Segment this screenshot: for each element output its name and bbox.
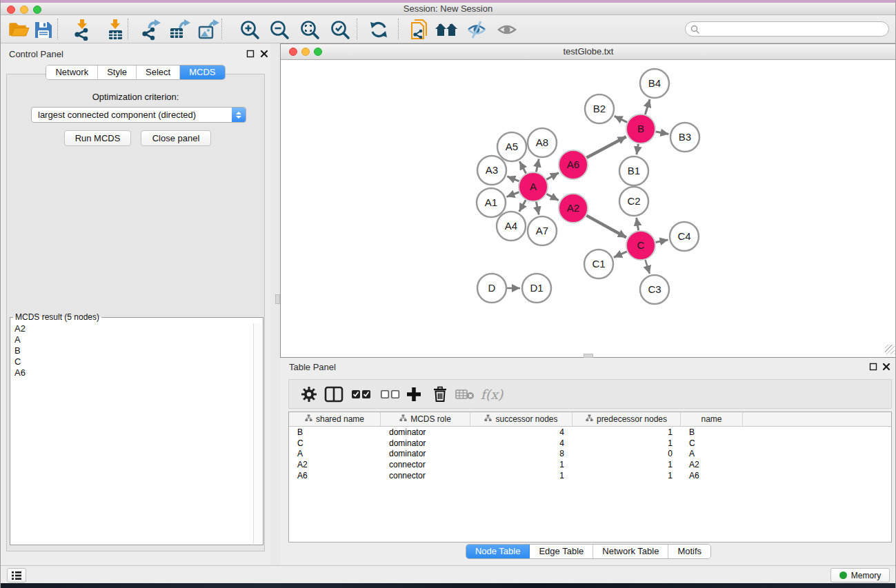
delete-table-icon[interactable]	[453, 383, 477, 405]
graph-node-A1[interactable]: A1	[477, 188, 506, 217]
table-cell[interactable]: 8	[470, 449, 573, 458]
export-network-icon[interactable]	[139, 17, 163, 42]
graph-edge-A6-B[interactable]	[586, 136, 626, 157]
float-panel-icon[interactable]	[246, 50, 255, 58]
table-float-panel-icon[interactable]	[869, 363, 877, 371]
table-cell[interactable]: B	[289, 427, 381, 437]
graph-edge-A-A8[interactable]	[536, 159, 539, 172]
hide-details-icon[interactable]	[464, 17, 489, 42]
table-cell[interactable]: connector	[381, 460, 470, 469]
horizontal-splitter-handle[interactable]	[275, 294, 280, 304]
criterion-dropdown[interactable]: largest connected component (directed)	[31, 107, 246, 123]
select-all-checkboxes-icon[interactable]	[350, 383, 373, 405]
mcds-result-item[interactable]: B	[11, 345, 253, 356]
table-cell[interactable]: dominator	[381, 427, 470, 437]
graph-edge-C-C1[interactable]	[614, 252, 627, 257]
table-cell[interactable]: connector	[381, 471, 470, 480]
graph-edge-C-C2[interactable]	[637, 218, 639, 231]
zoom-out-icon[interactable]	[267, 17, 292, 42]
new-network-icon[interactable]	[408, 17, 432, 42]
table-cell[interactable]: C	[681, 438, 743, 448]
graph-edge-A-A5[interactable]	[519, 161, 526, 173]
network-canvas[interactable]: B4B2BB3A5A8A6A3B1AA1C2A2A4A7C4CC1C3DD1	[281, 61, 896, 356]
tab-motifs[interactable]: Motifs	[668, 545, 710, 558]
search-input[interactable]	[704, 23, 883, 35]
task-history-button[interactable]	[7, 568, 26, 582]
table-cell[interactable]: A6	[289, 471, 381, 480]
open-file-icon[interactable]	[6, 17, 31, 42]
table-row[interactable]: Adominator80A	[289, 449, 891, 460]
table-cell[interactable]: A2	[289, 460, 381, 469]
table-cell[interactable]: A6	[681, 471, 743, 480]
table-cell[interactable]: A	[681, 449, 743, 458]
table-row[interactable]: A6connector11A6	[289, 470, 891, 481]
graph-node-A5[interactable]: A5	[497, 132, 526, 161]
graph-node-A7[interactable]: A7	[528, 216, 557, 245]
mcds-result-item[interactable]: C	[11, 356, 253, 367]
graph-edge-B-B2[interactable]	[615, 116, 628, 122]
import-network-icon[interactable]	[70, 17, 94, 42]
table-row[interactable]: Cdominator41C	[289, 438, 891, 449]
table-cell[interactable]: 1	[573, 471, 681, 480]
table-cell[interactable]: A2	[681, 460, 743, 469]
node-table[interactable]: shared nameMCDS rolesuccessor nodesprede…	[288, 412, 892, 543]
column-view-icon[interactable]	[322, 383, 346, 405]
deselect-all-checkboxes-icon[interactable]	[379, 383, 402, 405]
graph-edge-B-B4[interactable]	[645, 99, 650, 114]
tab-network[interactable]: Network	[46, 65, 98, 79]
graph-node-B2[interactable]: B2	[585, 94, 614, 123]
graph-edge-A-A2[interactable]	[546, 194, 558, 200]
close-panel-button[interactable]: Close panel	[141, 130, 211, 146]
table-cell[interactable]: 1	[573, 427, 681, 437]
tab-node-table[interactable]: Node Table	[466, 545, 530, 558]
graph-node-B1[interactable]: B1	[619, 156, 648, 185]
graph-edge-C-C4[interactable]	[656, 240, 668, 243]
graph-node-B3[interactable]: B3	[670, 123, 699, 152]
tab-style[interactable]: Style	[98, 65, 137, 79]
mcds-result-scrollbar[interactable]	[253, 323, 262, 544]
column-header-successor-nodes[interactable]: successor nodes	[470, 412, 573, 426]
graph-node-B4[interactable]: B4	[640, 69, 669, 98]
zoom-fit-icon[interactable]	[297, 17, 322, 42]
tab-mcds[interactable]: MCDS	[180, 65, 224, 79]
graph-node-D[interactable]: D	[477, 274, 506, 303]
graph-edge-A-A7[interactable]	[536, 202, 539, 215]
tab-select[interactable]: Select	[137, 65, 180, 79]
column-header-shared-name[interactable]: shared name	[289, 412, 381, 426]
graph-node-A6[interactable]: A6	[559, 150, 588, 179]
graph-edge-A-A1[interactable]	[506, 192, 519, 197]
settings-gear-icon[interactable]	[297, 383, 321, 405]
graph-node-C4[interactable]: C4	[670, 222, 699, 251]
graph-node-A4[interactable]: A4	[497, 212, 526, 241]
export-table-icon[interactable]	[168, 17, 192, 42]
graph-node-C3[interactable]: C3	[640, 275, 669, 304]
mcds-result-list[interactable]: A2ABCA6	[11, 323, 253, 544]
table-cell[interactable]: 1	[470, 460, 573, 469]
table-cell[interactable]: dominator	[381, 449, 470, 458]
graph-node-C1[interactable]: C1	[584, 250, 613, 278]
table-cell[interactable]: 0	[573, 449, 681, 458]
table-cell[interactable]: 4	[470, 427, 573, 437]
save-session-icon[interactable]	[31, 17, 56, 42]
table-cell[interactable]: 1	[573, 438, 681, 448]
refresh-icon[interactable]	[366, 17, 391, 42]
memory-button[interactable]: Memory	[830, 568, 890, 582]
import-table-icon[interactable]	[103, 17, 128, 42]
zoom-in-icon[interactable]	[237, 17, 262, 42]
graph-node-A8[interactable]: A8	[528, 128, 557, 157]
window-resize-grip[interactable]	[885, 345, 895, 354]
graph-node-A3[interactable]: A3	[477, 156, 506, 185]
graph-edge-C-C3[interactable]	[646, 260, 650, 274]
export-image-icon[interactable]	[197, 17, 221, 42]
add-column-icon[interactable]	[402, 383, 426, 405]
mcds-result-item[interactable]: A	[11, 334, 253, 345]
column-header-predecessor-nodes[interactable]: predecessor nodes	[573, 412, 681, 426]
graph-node-A2[interactable]: A2	[559, 194, 588, 223]
graph-edge-A-A3[interactable]	[507, 176, 519, 181]
table-close-panel-icon[interactable]	[882, 363, 890, 371]
graph-node-B[interactable]: B	[626, 114, 655, 143]
table-row[interactable]: A2connector11A2	[289, 459, 891, 470]
table-row[interactable]: Bdominator41B	[289, 427, 891, 438]
function-builder-icon[interactable]: f(x)	[477, 383, 507, 405]
graph-node-C[interactable]: C	[626, 231, 655, 260]
